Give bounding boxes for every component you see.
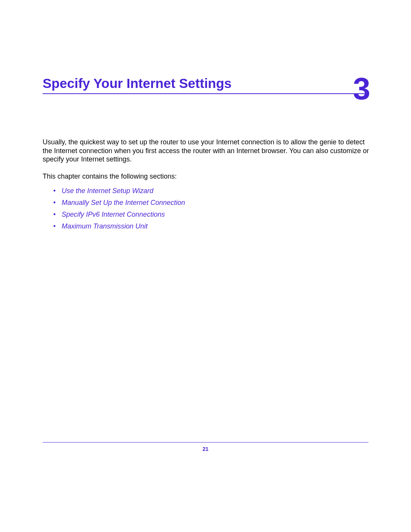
section-link-mtu[interactable]: Maximum Transmission Unit bbox=[62, 222, 148, 230]
section-list: Use the Internet Setup Wizard Manually S… bbox=[53, 186, 373, 232]
document-page: Specify Your Internet Settings 3 Usually… bbox=[0, 0, 411, 532]
section-link-setup-wizard[interactable]: Use the Internet Setup Wizard bbox=[62, 187, 153, 195]
list-item: Manually Set Up the Internet Connection bbox=[53, 198, 373, 208]
chapter-number: 3 bbox=[353, 73, 370, 104]
intro-paragraph: Usually, the quickest way to set up the … bbox=[43, 138, 373, 164]
list-item: Use the Internet Setup Wizard bbox=[53, 186, 373, 196]
chapter-body: Usually, the quickest way to set up the … bbox=[43, 138, 373, 233]
section-link-ipv6[interactable]: Specify IPv6 Internet Connections bbox=[62, 211, 165, 218]
chapter-title: Specify Your Internet Settings bbox=[43, 76, 232, 91]
list-item: Maximum Transmission Unit bbox=[53, 221, 373, 232]
section-link-manual-setup[interactable]: Manually Set Up the Internet Connection bbox=[62, 199, 185, 206]
lead-sentence: This chapter contains the following sect… bbox=[43, 172, 373, 181]
list-item: Specify IPv6 Internet Connections bbox=[53, 209, 373, 220]
page-number: 21 bbox=[0, 446, 411, 452]
title-row: Specify Your Internet Settings bbox=[43, 76, 368, 94]
footer-rule bbox=[43, 442, 368, 443]
chapter-header: Specify Your Internet Settings 3 bbox=[43, 76, 368, 94]
